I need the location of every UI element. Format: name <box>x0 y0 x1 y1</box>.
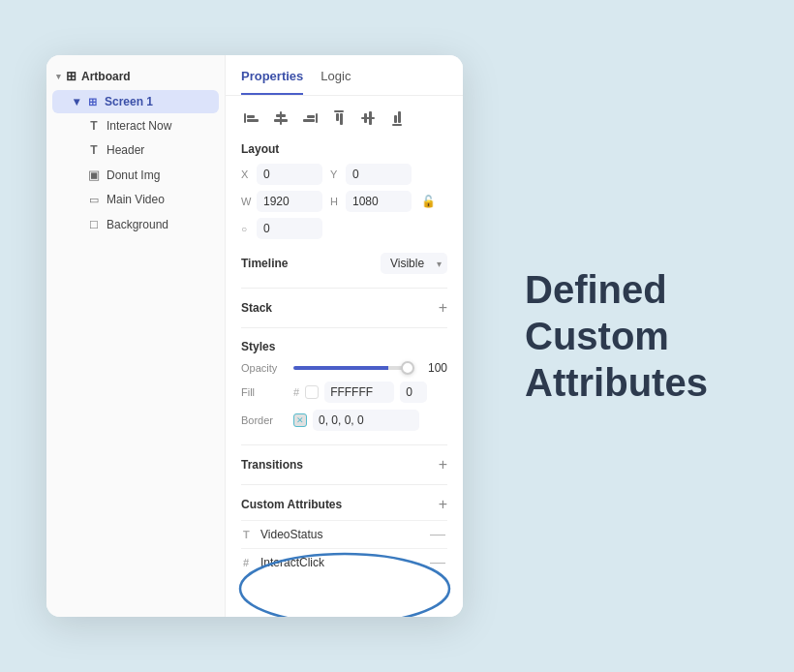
align-center-v-button[interactable] <box>357 107 379 129</box>
sidebar-item-main-video[interactable]: ▭ Main Video <box>52 188 219 211</box>
hero-line1: Defined <box>525 266 748 313</box>
sidebar-item-screen1[interactable]: ▾ ⊞ Screen 1 <box>52 90 219 113</box>
fill-row: Fill # <box>241 382 447 403</box>
svg-rect-17 <box>398 111 401 123</box>
artboard-header[interactable]: ▾ ⊞ Artboard <box>46 63 225 89</box>
header-label: Header <box>107 143 144 157</box>
sidebar-item-donut-img[interactable]: ▣ Donut Img <box>52 163 219 187</box>
panel-card: ▾ ⊞ Artboard ▾ ⊞ Screen 1 T Interact Now… <box>46 55 463 617</box>
divider-1 <box>241 288 447 289</box>
svg-rect-16 <box>394 115 397 123</box>
divider-2 <box>241 327 447 328</box>
align-toolbar <box>241 107 447 129</box>
opacity-value: 100 <box>420 361 447 375</box>
border-label: Border <box>241 414 286 426</box>
opacity-label: Opacity <box>241 362 286 374</box>
svg-rect-7 <box>307 115 315 118</box>
custom-attr-video-status: T VideoStatus — <box>241 520 447 548</box>
screen1-arrow: ▾ <box>74 95 79 108</box>
w-label: W <box>241 196 253 207</box>
header-icon: T <box>87 143 101 157</box>
styles-title: Styles <box>241 340 275 353</box>
r-label: ○ <box>241 224 253 234</box>
align-top-button[interactable] <box>328 107 350 129</box>
stack-section: Stack + <box>241 300 447 316</box>
border-inputs: ✕ <box>293 410 419 431</box>
border-row: Border ✕ <box>241 410 447 431</box>
opacity-slider[interactable] <box>293 366 412 370</box>
field-r: ○ <box>241 218 322 239</box>
timeline-label: Timeline <box>241 257 288 270</box>
custom-attr-interact-click-left: # InteractClick <box>243 556 324 569</box>
main-video-icon: ▭ <box>87 194 101 206</box>
svg-rect-6 <box>316 113 318 123</box>
stack-title: Stack <box>241 301 272 315</box>
y-input[interactable] <box>346 164 412 185</box>
transitions-title: Transitions <box>241 458 303 472</box>
hero-line3: Attributes <box>525 359 748 406</box>
timeline-select-wrap: Visible Hidden Auto <box>381 253 447 274</box>
background-label: Background <box>107 218 168 231</box>
screen1-icon: ⊞ <box>85 96 99 108</box>
fill-inputs: # <box>293 382 427 403</box>
custom-attrs-title: Custom Attributes <box>241 498 342 511</box>
svg-rect-15 <box>392 124 402 126</box>
custom-attrs-add-button[interactable]: + <box>439 497 447 512</box>
layout-row-wh: W H 🔓 <box>241 191 447 212</box>
opacity-row: Opacity 100 <box>241 361 447 375</box>
artboard-label: Artboard <box>81 70 131 83</box>
svg-rect-11 <box>340 113 343 125</box>
interact-click-type-icon: # <box>243 557 255 568</box>
svg-rect-4 <box>276 114 286 117</box>
svg-rect-1 <box>247 115 255 118</box>
sidebar: ▾ ⊞ Artboard ▾ ⊞ Screen 1 T Interact Now… <box>46 55 226 617</box>
fill-label: Fill <box>241 386 286 398</box>
interact-now-label: Interact Now <box>107 119 171 133</box>
r-input[interactable] <box>257 218 322 239</box>
custom-attrs-header: Custom Attributes + <box>241 497 447 512</box>
tab-properties[interactable]: Properties <box>241 69 303 95</box>
svg-rect-3 <box>280 111 282 125</box>
panel-tabs: Properties Logic <box>226 55 463 96</box>
x-label: X <box>241 168 253 180</box>
w-input[interactable] <box>257 191 322 212</box>
align-right-button[interactable] <box>299 107 321 129</box>
field-x: X <box>241 164 322 185</box>
interact-click-label: InteractClick <box>260 556 324 569</box>
hero-line2: Custom <box>525 313 748 359</box>
align-left-button[interactable] <box>241 107 262 129</box>
scene: ▾ ⊞ Artboard ▾ ⊞ Screen 1 T Interact Now… <box>0 0 794 672</box>
custom-attributes-section: Custom Attributes + T VideoStatus — <box>241 497 447 576</box>
donut-img-label: Donut Img <box>107 168 160 182</box>
svg-rect-2 <box>247 119 259 122</box>
layout-section: Layout X Y W <box>241 142 447 239</box>
stack-header: Stack + <box>241 300 447 316</box>
sidebar-item-interact-now[interactable]: T Interact Now <box>52 114 219 137</box>
align-center-h-button[interactable] <box>270 107 291 129</box>
custom-attr-interact-click: # InteractClick — <box>241 548 447 576</box>
fill-alpha-input[interactable] <box>400 382 427 403</box>
svg-rect-13 <box>364 113 367 123</box>
transitions-add-button[interactable]: + <box>439 457 447 473</box>
align-bottom-button[interactable] <box>386 107 408 129</box>
svg-rect-0 <box>244 113 246 123</box>
properties-panel: Properties Logic <box>226 55 463 617</box>
sidebar-item-header[interactable]: T Header <box>52 138 219 162</box>
stack-add-button[interactable]: + <box>439 300 447 316</box>
fill-color-preview[interactable] <box>305 385 319 399</box>
svg-rect-8 <box>303 119 315 122</box>
border-x-icon[interactable]: ✕ <box>293 413 307 427</box>
timeline-select[interactable]: Visible Hidden Auto <box>381 253 447 274</box>
layout-row-r: ○ <box>241 218 447 239</box>
background-icon: □ <box>87 217 101 231</box>
h-input[interactable] <box>346 191 412 212</box>
svg-rect-14 <box>369 111 372 125</box>
interact-click-remove-button[interactable]: — <box>430 555 445 570</box>
border-value-input[interactable] <box>313 410 419 431</box>
tab-logic[interactable]: Logic <box>321 69 351 95</box>
fill-value-input[interactable] <box>324 382 394 403</box>
x-input[interactable] <box>257 164 322 185</box>
video-status-remove-button[interactable]: — <box>430 527 445 542</box>
sidebar-item-background[interactable]: □ Background <box>52 212 219 236</box>
artboard-arrow: ▾ <box>56 72 61 81</box>
